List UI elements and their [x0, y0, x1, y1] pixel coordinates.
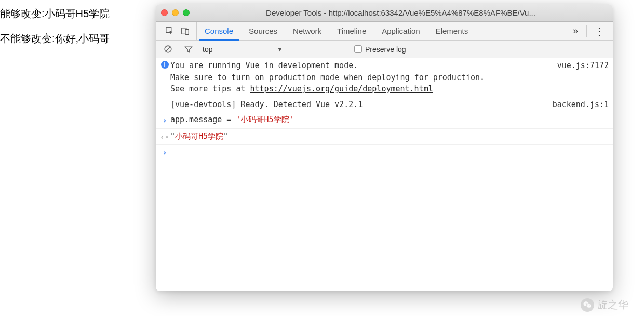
prompt-input-icon: ›	[159, 114, 170, 127]
tabs-overflow-button[interactable]: »	[567, 25, 584, 36]
console-source-link[interactable]: vue.js:7172	[551, 60, 609, 95]
console-filter-bar: top ▼ Preserve log	[156, 41, 613, 58]
page-line-1: 能够改变:小码哥H5学院	[0, 5, 110, 22]
tab-console[interactable]: Console	[197, 22, 241, 40]
device-toggle-icon[interactable]	[179, 24, 192, 38]
wechat-icon	[581, 298, 594, 312]
titlebar: Developer Tools - http://localhost:63342…	[156, 4, 613, 22]
chevron-down-icon: ▼	[277, 46, 347, 53]
window-title: Developer Tools - http://localhost:63342…	[194, 8, 608, 17]
console-link[interactable]: https://vuejs.org/guide/deployment.html	[250, 84, 433, 94]
preserve-log-label: Preserve log	[365, 45, 406, 54]
console-row: [vue-devtools] Ready. Detected Vue v2.2.…	[156, 97, 613, 113]
clear-console-icon[interactable]	[161, 43, 175, 56]
watermark-text: 旋之华	[597, 298, 628, 312]
tab-network[interactable]: Network	[285, 22, 329, 40]
svg-rect-2	[185, 29, 189, 34]
tab-sources[interactable]: Sources	[241, 22, 285, 40]
inspect-icon[interactable]	[163, 24, 177, 38]
tab-timeline[interactable]: Timeline	[329, 22, 374, 40]
watermark: 旋之华	[581, 298, 628, 312]
tab-elements[interactable]: Elements	[428, 22, 476, 40]
info-icon: i	[161, 61, 169, 69]
devtools-window: Developer Tools - http://localhost:63342…	[156, 4, 613, 291]
window-close-button[interactable]	[161, 9, 168, 16]
devtools-tabs-row: ConsoleSourcesNetworkTimelineApplication…	[156, 22, 613, 41]
prompt-input-icon: ›	[162, 148, 167, 157]
filter-icon[interactable]	[182, 43, 195, 56]
page-line-2: 不能够改变:你好,小码哥	[0, 30, 110, 47]
console-row: ‹·"小码哥H5学院"	[156, 129, 613, 146]
console-input-prompt[interactable]: ›	[156, 145, 613, 160]
console-row: iYou are running Vue in development mode…	[156, 58, 613, 97]
devtools-menu-button[interactable]: ⋮	[589, 25, 610, 37]
preserve-log-checkbox[interactable]	[354, 45, 362, 53]
window-minimize-button[interactable]	[172, 9, 179, 16]
preserve-log-toggle[interactable]: Preserve log	[354, 45, 406, 54]
console-source-link[interactable]: backend.js:1	[546, 99, 609, 111]
console-row: ›app.message = '小码哥H5学院'	[156, 112, 613, 129]
context-selector-label: top	[203, 45, 273, 54]
tab-application[interactable]: Application	[374, 22, 427, 40]
window-maximize-button[interactable]	[183, 9, 190, 16]
svg-line-4	[166, 47, 170, 51]
prompt-output-icon: ‹·	[159, 130, 170, 143]
console-output[interactable]: iYou are running Vue in development mode…	[156, 58, 613, 291]
context-selector[interactable]: top ▼	[203, 45, 347, 54]
